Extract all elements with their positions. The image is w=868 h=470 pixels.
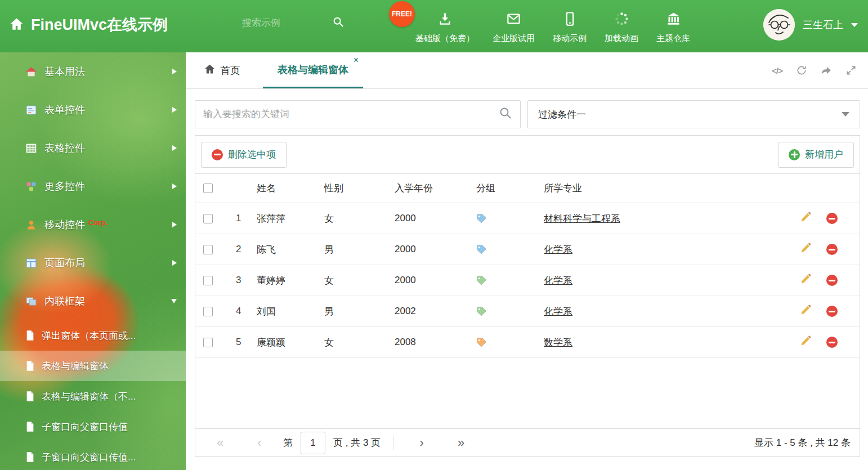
edit-pencil-icon[interactable]	[800, 211, 812, 226]
corp-badge: Corp.	[88, 218, 108, 227]
nav-item-enterprise-trial[interactable]: 企业版试用	[484, 8, 544, 47]
row-checkbox[interactable]	[203, 338, 213, 347]
cell-name: 陈飞	[257, 243, 324, 256]
home-icon	[204, 63, 216, 78]
nav-item-mobile-demo[interactable]: 移动示例	[544, 8, 596, 47]
record-summary: 显示 1 - 5 条 , 共 12 条	[754, 436, 851, 449]
filter-row: 过滤条件一	[195, 100, 860, 128]
pagination-bar: « ‹ 第 页 , 共 3 页 › » 显示 1 - 5 条 , 共 12 条	[195, 428, 860, 456]
major-link[interactable]: 数学系	[544, 337, 572, 348]
delete-row-icon[interactable]	[826, 337, 838, 348]
delete-selected-button[interactable]: 删除选中项	[201, 142, 287, 168]
sidebar-subitem-child-to-parent[interactable]: 子窗口向父窗口传值	[0, 411, 186, 442]
open-in-new-icon[interactable]	[821, 65, 832, 76]
row-index: 5	[229, 337, 257, 348]
sidebar-item-label: 移动控件	[44, 218, 85, 231]
source-code-icon[interactable]: </>	[772, 66, 782, 75]
table-icon	[25, 142, 37, 154]
major-link[interactable]: 材料科学与工程系	[544, 213, 620, 224]
user-menu[interactable]: 三生石上	[763, 9, 858, 41]
sidebar-item-grid-controls[interactable]: 表格控件	[0, 129, 186, 167]
sidebar-item-label: 表格控件	[44, 141, 85, 155]
table-row: 3 董婷婷 女 2000 化学系	[195, 265, 860, 296]
delete-row-icon[interactable]	[826, 275, 838, 286]
row-checkbox[interactable]	[203, 276, 213, 285]
nav-item-theme-repo[interactable]: 主题仓库	[647, 8, 699, 47]
tab-home[interactable]: 首页	[195, 52, 249, 88]
expand-icon[interactable]	[845, 65, 857, 76]
form-icon	[25, 104, 37, 116]
prev-page-button[interactable]: ‹	[244, 436, 275, 450]
sidebar-item-mobile-controls[interactable]: 移动控件 Corp.	[0, 205, 186, 244]
next-page-button[interactable]: ›	[406, 436, 437, 450]
username: 三生石上	[803, 18, 843, 32]
header-search-input[interactable]	[242, 17, 326, 29]
tab-grid-edit-window[interactable]: 表格与编辑窗体 ×	[263, 52, 363, 88]
tag-icon	[476, 337, 487, 348]
table-row: 1 张萍萍 女 2000 材料科学与工程系	[195, 203, 860, 234]
filter-dropdown[interactable]: 过滤条件一	[527, 100, 860, 128]
major-link[interactable]: 化学系	[544, 275, 572, 286]
tag-icon	[476, 306, 487, 317]
table-row: 5 康颖颖 女 2008 数学系	[195, 327, 860, 358]
grid-empty-area	[195, 358, 860, 428]
delete-row-icon[interactable]	[826, 213, 838, 224]
frames-icon	[25, 296, 37, 307]
refresh-icon[interactable]	[796, 65, 807, 76]
sidebar-subitem-grid-edit-window[interactable]: 表格与编辑窗体	[0, 351, 186, 381]
edit-pencil-icon[interactable]	[800, 304, 812, 319]
nav-item-basic-free[interactable]: 基础版（免费）	[406, 8, 484, 47]
main-content: 首页 表格与编辑窗体 × </>	[186, 52, 868, 470]
row-checkbox[interactable]	[203, 307, 213, 316]
brand-logo[interactable]: FineUIMvc在线示例	[9, 15, 168, 35]
nav-item-loading-animation[interactable]: 加载动画	[596, 8, 647, 47]
edit-pencil-icon[interactable]	[800, 273, 812, 288]
column-header-name: 姓名	[257, 182, 324, 195]
delete-row-icon[interactable]	[826, 306, 838, 317]
cell-year: 2002	[395, 306, 476, 317]
major-link[interactable]: 化学系	[544, 244, 572, 255]
sidebar-subitem-child-to-parent-alt[interactable]: 子窗口向父窗口传值...	[0, 442, 186, 470]
sidebar-subitem-label: 表格与编辑窗体（不...	[42, 390, 136, 403]
major-link[interactable]: 化学系	[544, 306, 572, 317]
add-user-button[interactable]: 新增用户	[778, 142, 854, 168]
column-header-group: 分组	[476, 182, 544, 195]
sidebar-subitem-popup-window[interactable]: 弹出窗体（本页面或...	[0, 320, 186, 351]
sidebar-subitem-grid-edit-window-alt[interactable]: 表格与编辑窗体（不...	[0, 381, 186, 411]
sidebar-item-more-controls[interactable]: 更多控件	[0, 167, 186, 205]
row-checkbox[interactable]	[203, 214, 213, 223]
keyword-search-input[interactable]	[203, 109, 499, 120]
first-page-button[interactable]: «	[204, 436, 236, 450]
edit-pencil-icon[interactable]	[800, 242, 812, 257]
chevron-right-icon	[172, 222, 177, 227]
sidebar-item-page-layout[interactable]: 页面布局	[0, 244, 186, 282]
search-icon[interactable]	[332, 16, 344, 30]
delete-row-icon[interactable]	[826, 244, 838, 255]
page-number-input[interactable]	[301, 432, 325, 454]
free-badge: FREE!	[389, 1, 415, 27]
row-index: 1	[229, 213, 257, 224]
cell-gender: 男	[324, 243, 395, 256]
last-page-button[interactable]: »	[445, 436, 477, 450]
top-header: FineUIMvc在线示例 FREE! 基础版（免费） 企业版试用	[0, 0, 868, 52]
cell-year: 2000	[395, 275, 476, 286]
nav-label: 加载动画	[605, 33, 638, 44]
edit-pencil-icon[interactable]	[800, 335, 812, 350]
spinner-icon	[614, 11, 629, 29]
sidebar-item-basic-usage[interactable]: 基本用法	[0, 52, 186, 91]
avatar	[763, 9, 795, 41]
table-header-row: 姓名 性别 入学年份 分组 所学专业	[195, 174, 860, 203]
file-icon	[25, 421, 35, 432]
chevron-right-icon	[172, 69, 177, 74]
close-icon[interactable]: ×	[354, 56, 359, 65]
page: FineUIMvc在线示例 FREE! 基础版（免费） 企业版试用	[0, 0, 868, 470]
divider	[393, 436, 393, 450]
sidebar-item-form-controls[interactable]: 表单控件	[0, 91, 186, 129]
add-user-label: 新增用户	[805, 148, 843, 161]
sidebar-item-iframe[interactable]: 内联框架	[0, 282, 186, 320]
select-all-checkbox[interactable]	[203, 183, 213, 193]
row-checkbox[interactable]	[203, 245, 213, 254]
sidebar-item-label: 内联框架	[44, 294, 85, 308]
search-icon[interactable]	[499, 106, 512, 122]
cell-name: 张萍萍	[257, 212, 324, 225]
